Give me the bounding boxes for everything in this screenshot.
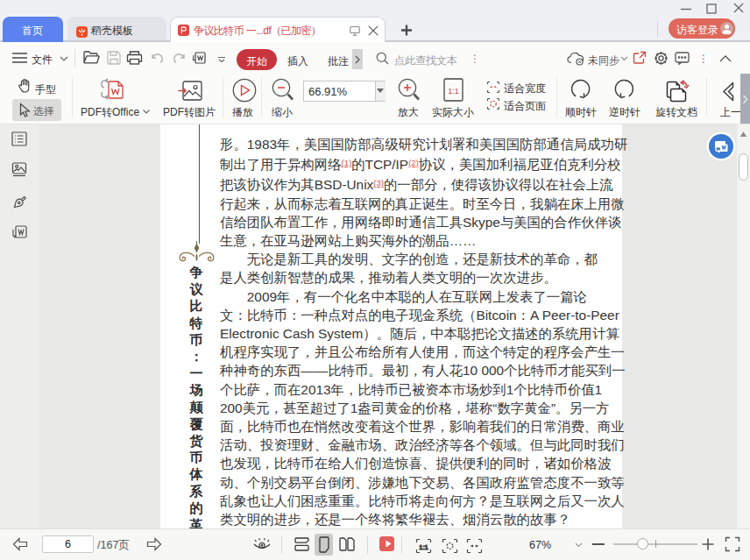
svg-text:1:1: 1:1 [419,543,428,551]
svg-text:1:1: 1:1 [448,87,459,96]
